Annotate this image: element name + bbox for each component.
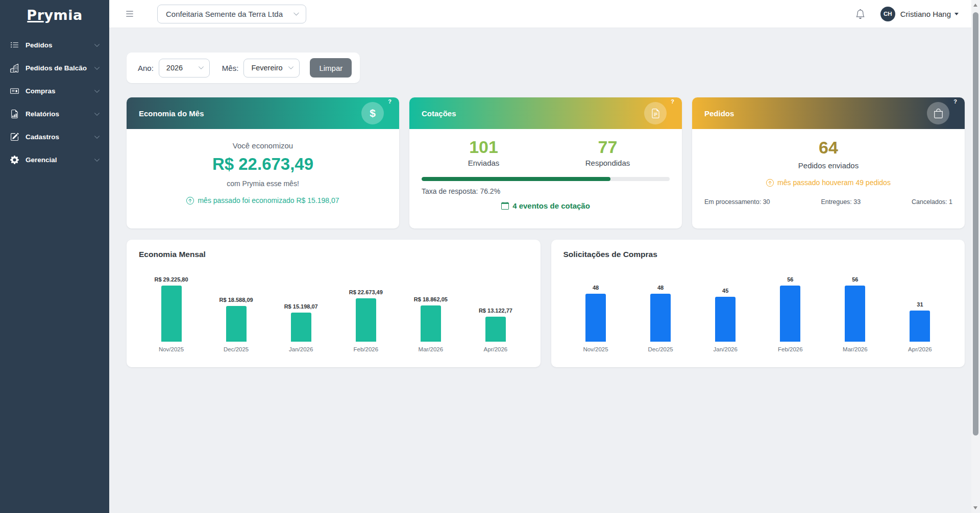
sidebar-item-pedidos-de-balcao[interactable]: Pedidos de Balcão [0,57,109,80]
bar [845,286,865,342]
chevron-down-icon [288,65,294,71]
bar [161,286,182,342]
avatar[interactable]: CH [880,7,895,21]
bar [780,286,800,342]
bar-category-label: Jan/2026 [289,346,313,352]
chart-body: 48Nov/202548Dec/202545Jan/202656Feb/2026… [564,264,953,352]
bar-value-label: 56 [852,276,858,283]
chart-column: R$ 29.225,80Nov/2025 [139,264,204,352]
bar-category-label: Dec/2025 [648,346,673,352]
chart-column: R$ 18.862,05Mar/2026 [398,264,463,352]
bar-stack: R$ 22.673,49 [349,264,383,342]
bar-value-label: R$ 18.588,09 [219,297,253,303]
economia-card-title: Economia do Mês [139,109,361,118]
charts-row: Economia Mensal R$ 29.225,80Nov/2025R$ 1… [127,240,965,367]
response-rate-progressbar [422,177,670,181]
list-icon [10,41,19,49]
bar-value-label: 48 [593,285,599,291]
cotacoes-card: Cotações ? 101 Enviadas [409,97,682,228]
month-select-value: Fevereiro [251,64,282,72]
company-selector[interactable]: Confeitaria Semente da Terra Ltda [157,5,306,23]
bar-value-label: 56 [787,276,793,283]
economia-card: Economia do Mês $ ? Você economizou R$ 2… [127,97,399,228]
economia-mensal-chart: Economia Mensal R$ 29.225,80Nov/2025R$ 1… [127,240,541,367]
calendar-icon [501,202,509,210]
sidebar-item-gerencial[interactable]: Gerencial [0,148,109,171]
arrow-up-circle-icon [766,179,774,187]
economia-amount: R$ 22.673,49 [127,155,399,174]
bar-category-label: Apr/2026 [908,346,932,352]
chart-column: 48Nov/2025 [564,264,628,352]
bar-category-label: Apr/2026 [484,346,508,352]
sidebar-item-cadastros[interactable]: Cadastros [0,125,109,148]
cotacoes-card-header: Cotações ? [409,97,682,129]
chart-title: Economia Mensal [139,250,528,259]
bar-category-label: Jan/2026 [714,346,738,352]
bar [226,306,247,342]
chevron-down-icon [94,65,100,71]
chevron-down-icon [293,11,300,17]
bar [421,305,441,342]
bar-category-label: Nov/2025 [583,346,608,352]
kpi-cards-row: Economia do Mês $ ? Você economizou R$ 2… [127,97,965,228]
purchases-icon [10,87,19,95]
gear-icon [10,156,19,164]
sidebar-item-pedidos[interactable]: Pedidos [0,34,109,57]
bar-value-label: R$ 15.198,07 [284,303,318,310]
filter-panel: Ano: 2026 Mês: Fevereiro Limpar [127,53,360,83]
caret-down-icon [954,13,959,15]
help-badge[interactable]: ? [953,98,957,105]
help-badge[interactable]: ? [388,98,391,105]
sidebar-item-compras[interactable]: Compras [0,80,109,102]
year-select[interactable]: 2026 [159,59,210,78]
economia-note: mês passado foi economizado R$ 15.198,07 [127,196,399,204]
bar-category-label: Feb/2026 [353,346,378,352]
sidebar-item-relatorios[interactable]: Relatórios [0,102,109,125]
bar-value-label: R$ 29.225,80 [155,276,188,283]
cotacoes-sent-value: 101 [422,137,546,157]
chart-column: 48Dec/2025 [628,264,693,352]
document-icon [644,102,667,124]
bar [715,297,736,342]
bar-stack: 56 [780,264,800,342]
sidebar-item-label: Pedidos [26,41,94,49]
chevron-down-icon [198,65,204,71]
chevron-down-icon [94,134,100,140]
month-label: Mês: [222,64,239,72]
logo-wrap: Prymia [0,0,109,30]
bar-category-label: Dec/2025 [224,346,249,352]
chart-body: R$ 29.225,80Nov/2025R$ 18.588,09Dec/2025… [139,264,528,352]
bar [650,294,671,342]
economia-intro: Você economizou [127,141,399,150]
hamburger-menu-icon[interactable] [125,9,135,19]
cotacoes-sent-label: Enviadas [422,159,546,167]
quotation-events-link[interactable]: 4 eventos de cotação [422,201,670,210]
chart-column: R$ 22.673,49Feb/2026 [333,264,398,352]
bar-value-label: 31 [917,301,923,307]
chart-title: Solicitações de Compras [564,250,953,259]
pedidos-stat-processing: Em processamento: 30 [704,198,770,206]
bar-stack: 48 [585,264,606,342]
year-select-value: 2026 [166,64,183,72]
pedidos-stat-cancelled: Cancelados: 1 [912,198,952,206]
clear-filters-button[interactable]: Limpar [310,58,352,78]
scrollbar-thumb[interactable] [973,12,978,435]
chart-column: R$ 18.588,09Dec/2025 [204,264,268,352]
bar-stack: 48 [650,264,671,342]
edit-icon [10,133,19,141]
chevron-down-icon [94,42,100,48]
bar-stack: R$ 18.862,05 [414,264,448,342]
scrollbar-down-arrow[interactable] [973,506,977,509]
bar-stack: 45 [715,264,736,342]
user-menu[interactable]: Cristiano Hang [900,10,951,18]
scrollbar[interactable] [971,0,980,513]
scrollbar-up-arrow[interactable] [973,4,977,7]
chart-column: 56Feb/2026 [758,264,823,352]
bar [485,317,506,342]
month-select[interactable]: Fevereiro [243,59,300,78]
shopping-bag-icon [927,102,949,124]
bar [291,313,311,342]
year-label: Ano: [138,64,154,72]
notifications-bell-icon[interactable] [855,9,865,19]
help-badge[interactable]: ? [671,98,674,105]
